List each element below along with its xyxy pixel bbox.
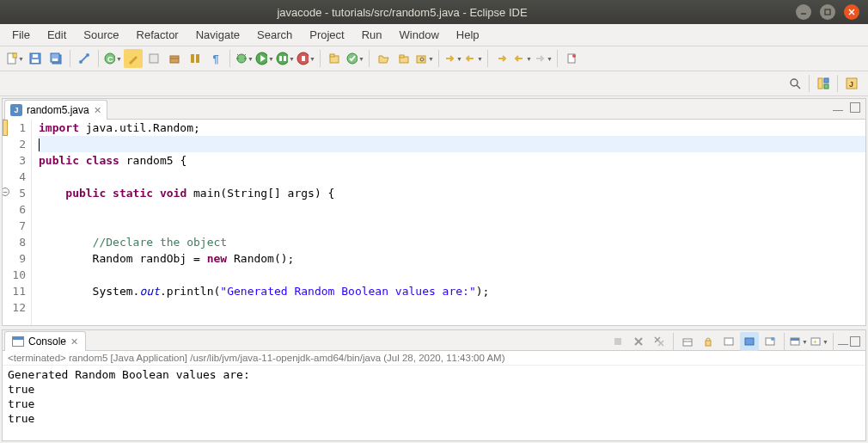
line-number: 7 [3,218,26,234]
code-line[interactable] [39,267,865,283]
code-line[interactable]: //Declare the object [39,234,865,250]
code-line[interactable] [39,169,865,185]
code-line[interactable] [39,136,865,152]
open-resource-button[interactable] [394,49,413,68]
scroll-lock-button[interactable] [699,332,718,351]
menu-refactor[interactable]: Refactor [128,26,187,44]
toolbar-separator [438,50,439,67]
next-annotation-button[interactable]: ▼ [443,49,462,68]
quick-access-button[interactable] [785,74,804,93]
pin-console-button[interactable] [761,332,779,351]
menu-project[interactable]: Project [301,26,352,44]
display-selected-console-button[interactable]: ▼ [789,332,808,351]
toolbar-separator [673,333,674,350]
code-editor[interactable]: 12345−6789101112 import java.util.Random… [3,120,865,325]
toggle-mark-button[interactable] [124,49,143,68]
svg-rect-29 [284,56,286,61]
window-minimize-button[interactable] [796,4,811,20]
next-icon [443,52,455,65]
forward-button[interactable]: ▼ [534,49,553,68]
run-button[interactable]: ▼ [255,49,274,68]
menu-source[interactable]: Source [75,26,127,44]
console-tab-strip: Console ✕ ▼ +▼ [3,330,865,351]
line-number: 4 [3,169,26,185]
remove-all-button[interactable] [650,332,669,351]
line-number: 8 [3,234,26,250]
code-content[interactable]: import java.util.Random;public class ran… [32,120,865,325]
editor-tab[interactable]: J random5.java ✕ [4,100,107,120]
console-output[interactable]: Generated Random Boolean values are: tru… [3,366,865,440]
class-icon [148,52,160,65]
open-console-button[interactable]: +▼ [810,332,828,351]
open-type-button[interactable]: C▼ [103,49,122,68]
code-line[interactable]: System.out.println("Generated Random Boo… [39,283,865,299]
save-all-icon [49,52,63,65]
toolbar-separator [369,50,370,67]
terminate-button[interactable] [608,332,627,351]
code-line[interactable]: Random randObj = new Random(); [39,250,865,267]
svg-rect-11 [52,58,58,61]
new-package-button[interactable] [165,49,184,68]
menu-search[interactable]: Search [248,26,301,44]
word-wrap-button[interactable] [719,332,738,351]
prev-annotation-button[interactable]: ▼ [464,49,483,68]
display-console-icon [789,335,801,348]
show-console-button[interactable] [740,332,759,351]
warning-marker[interactable] [3,120,8,136]
console-tab-close-button[interactable]: ✕ [70,336,78,348]
code-line[interactable]: import java.util.Random; [39,120,865,136]
minimize-icon [799,8,808,16]
code-line[interactable]: public static void main(String[] args) { [39,185,865,201]
menu-navigate[interactable]: Navigate [187,26,248,44]
java-perspective-button[interactable]: J [842,74,861,93]
console-tab[interactable]: Console ✕ [4,331,86,351]
menu-file[interactable]: File [3,26,39,44]
clear-console-button[interactable] [678,332,697,351]
pin-editor-button[interactable] [562,49,581,68]
coverage-button[interactable]: ▼ [276,49,295,68]
new-java-project-button[interactable] [325,49,344,68]
maximize-view-button[interactable] [850,102,860,113]
code-line[interactable] [39,299,865,316]
menu-edit[interactable]: Edit [39,26,75,44]
console-minimize-button[interactable] [838,338,848,345]
svg-rect-45 [824,84,828,89]
menu-window[interactable]: Window [391,26,448,44]
new-java-class-button[interactable] [144,49,163,68]
code-line[interactable] [39,201,865,218]
back-button[interactable]: ▼ [513,49,532,68]
open-perspective-button[interactable] [814,74,833,93]
code-line[interactable] [39,218,865,234]
search-button[interactable]: ▼ [415,49,434,68]
new-class-wizard-button[interactable]: ▼ [345,49,364,68]
save-icon [28,52,42,65]
last-edit-button[interactable] [492,49,511,68]
show-whitespace-button[interactable]: ¶ [206,49,225,68]
line-number-gutter: 12345−6789101112 [3,120,32,325]
menu-help[interactable]: Help [448,26,488,44]
fold-toggle[interactable]: − [3,188,9,196]
console-maximize-button[interactable] [850,336,860,347]
minimize-view-button[interactable] [833,104,843,111]
remove-launch-button[interactable] [629,332,648,351]
console-status: <terminated> random5 [Java Application] … [3,351,865,366]
toggle-block-button[interactable] [186,49,205,68]
line-number: 5− [3,185,26,201]
debug-button[interactable]: ▼ [235,49,254,68]
remove-icon [633,336,644,347]
svg-rect-19 [191,54,194,63]
window-maximize-button[interactable] [820,4,835,20]
link-editor-button[interactable] [75,49,94,68]
save-button[interactable] [26,49,45,68]
tab-close-button[interactable]: ✕ [94,105,101,116]
console-toolbar: ▼ +▼ [608,332,860,351]
perspective-icon [816,77,830,90]
save-all-button[interactable] [46,49,65,68]
window-close-button[interactable] [844,4,859,20]
open-task-button[interactable] [374,49,393,68]
external-tools-button[interactable]: ▼ [296,49,315,68]
menu-run[interactable]: Run [353,26,391,44]
run-icon [255,52,267,65]
new-button[interactable]: ▼ [5,49,24,68]
code-line[interactable]: public class random5 { [39,152,865,169]
